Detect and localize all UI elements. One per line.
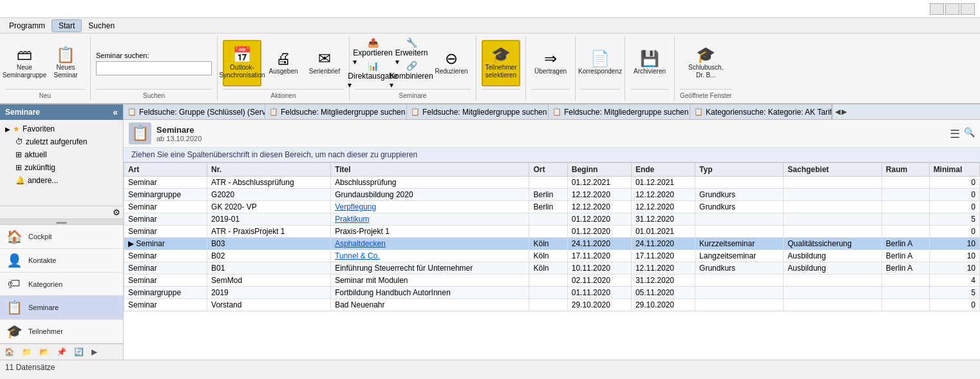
table-cell: Abschlussprüfung <box>331 177 529 189</box>
table-cell <box>784 177 882 189</box>
sidebar-item-favoriten[interactable]: ▶ ★ Favoriten <box>0 122 123 135</box>
ausgeben-button[interactable]: 🖨 Ausgeben <box>264 40 303 86</box>
col-titel[interactable]: Titel <box>331 163 529 177</box>
toolbar-buttons-korrespondenz: 📄 Korrespondenz <box>581 37 619 89</box>
toolbar-geöffnete-label: Geöffnete Fenster <box>680 89 731 99</box>
col-beginn[interactable]: Beginn <box>567 163 631 177</box>
uebertragen-button[interactable]: ⇒ Übertragen <box>531 40 570 86</box>
sidebar-tool-folder[interactable]: 📁 <box>19 345 35 358</box>
uebertragen-label: Übertragen <box>534 68 567 75</box>
main-layout: Seminare « ▶ ★ Favoriten ⏱ zuletzt aufge… <box>0 104 980 360</box>
kombinieren-button[interactable]: 🔗 Kombinieren ▾ <box>393 64 429 86</box>
tab-5[interactable]: 📋 Kategoriensuche: Kategorie: AK Tarif -… <box>690 104 832 119</box>
col-minimal[interactable]: Minimal <box>929 163 979 177</box>
direktausgabe-icon: 📊 <box>368 61 379 71</box>
col-nr[interactable]: Nr. <box>207 163 331 177</box>
clock-icon: ⏱ <box>15 137 23 146</box>
table-cell: Ausbildung <box>784 250 882 262</box>
tabs-scroll-left[interactable]: ◀ <box>835 108 840 116</box>
menu-suchen[interactable]: Suchen <box>82 20 121 32</box>
exportieren-button[interactable]: 📤 Exportieren ▾ <box>355 41 391 63</box>
geöffnete-fenster-label: Schlubusch, Dr. B... <box>688 64 723 79</box>
tab-4[interactable]: 📋 Feldsuche: Mitgliedergruppe suchen ✕ <box>549 104 690 119</box>
table-row[interactable]: Seminar2019-01Praktikum01.12.202031.12.2… <box>124 213 980 226</box>
maximize-button[interactable] <box>945 3 959 15</box>
table-row[interactable]: SeminarATR - PraxisProjekt 1Praxis-Proje… <box>124 226 980 238</box>
reduzieren-button[interactable]: ⊖ Reduzieren <box>432 40 471 86</box>
sidebar-item-zukunftig[interactable]: ⊞ zukünftig <box>0 161 123 174</box>
neue-seminargruppe-button[interactable]: 🗃 Neue Seminargruppe <box>5 40 44 86</box>
col-art[interactable]: Art <box>124 163 207 177</box>
sidebar-nav-kontakte[interactable]: 👤 Kontakte <box>0 249 123 273</box>
sidebar-item-andere[interactable]: 🔔 andere... <box>0 174 123 187</box>
table-cell[interactable]: Tunnel & Co. <box>331 250 529 262</box>
table-row[interactable]: ▶ SeminarB03AsphaltdeckenKöln24.11.20202… <box>124 238 980 250</box>
table-cell: 0 <box>929 177 979 189</box>
settings-icon[interactable]: ⚙ <box>113 208 120 217</box>
search-input[interactable] <box>96 61 212 75</box>
table-cell <box>784 226 882 238</box>
archivieren-icon: 💾 <box>640 51 659 66</box>
table-cell <box>695 275 784 287</box>
bell-icon: 🔔 <box>15 176 25 185</box>
col-sachgebiet[interactable]: Sachgebiet <box>784 163 882 177</box>
geöffnete-fenster-button[interactable]: 🎓 Schlubusch, Dr. B... <box>686 40 725 86</box>
sidebar-tool-pin[interactable]: 📌 <box>53 345 70 358</box>
serienbrief-button[interactable]: ✉ Serienbrief <box>305 40 344 86</box>
teilnehmer-selektieren-button[interactable]: 🎓 Teilnehmer selektieren <box>482 40 520 86</box>
tabs-scroll-right[interactable]: ▶ <box>842 108 847 116</box>
table-cell[interactable]: Verpflegung <box>331 201 529 213</box>
sidebar-tool-folder2[interactable]: 📂 <box>36 345 52 358</box>
sidebar-nav-cockpit[interactable]: 🏠 Cockpit <box>0 225 123 249</box>
toolbar-section-seminare: 📤 Exportieren ▾ 📊 Direktausgabe ▾ 🔧 Erwe… <box>350 36 476 101</box>
toolbar-archivieren-label <box>630 89 669 99</box>
col-ort[interactable]: Ort <box>529 163 567 177</box>
col-raum[interactable]: Raum <box>881 163 929 177</box>
sidebar-tool-refresh[interactable]: 🔄 <box>71 345 87 358</box>
tab-3[interactable]: 📋 Feldsuche: Mitgliedergruppe suchen ✕ <box>407 104 549 119</box>
table-row[interactable]: SeminarGK 2020- VPVerpflegungBerlin12.12… <box>124 201 980 213</box>
sidebar-nav-seminare[interactable]: 📋 Seminare <box>0 296 123 320</box>
table-cell: 10 <box>929 238 979 250</box>
col-typ[interactable]: Typ <box>695 163 784 177</box>
table-row[interactable]: SeminarB02Tunnel & Co.Köln17.11.202017.1… <box>124 250 980 262</box>
close-button[interactable] <box>961 3 975 15</box>
archivieren-button[interactable]: 💾 Archivieren <box>630 40 669 86</box>
menu-start[interactable]: Start <box>52 19 82 32</box>
table-cell: 01.12.2021 <box>567 177 631 189</box>
table-cell[interactable]: Asphaltdecken <box>331 238 529 250</box>
sidebar-tool-play[interactable]: ▶ <box>88 345 100 358</box>
outlook-sync-button[interactable]: 📅 Outlook-Synchronisation <box>223 40 261 86</box>
star-icon: ★ <box>13 124 20 133</box>
sidebar-nav-teilnehmer[interactable]: 🎓 Teilnehmer <box>0 320 123 344</box>
col-ende[interactable]: Ende <box>631 163 695 177</box>
table-cell <box>881 189 929 201</box>
table-row[interactable]: SeminarVorstandBad Neuenahr29.10.202029.… <box>124 299 980 311</box>
table-cell: 2019-01 <box>207 213 331 226</box>
korrespondenz-button[interactable]: 📄 Korrespondenz <box>581 40 619 86</box>
sidebar-collapse-button[interactable]: « <box>113 107 118 117</box>
tab-2[interactable]: 📋 Feldsuche: Mitgliedergruppe suchen ✕ <box>265 104 407 119</box>
erweitern-button[interactable]: 🔧 Erweitern ▾ <box>393 41 429 63</box>
neues-seminar-button[interactable]: 📋 Neues Seminar <box>46 40 85 86</box>
table-cell: Seminar <box>124 177 207 189</box>
menu-programm[interactable]: Programm <box>3 20 52 32</box>
table-cell[interactable]: Praktikum <box>331 213 529 226</box>
table-cell: Grundkurs <box>695 189 784 201</box>
table-row[interactable]: Seminargruppe2019Fortbildung Handbuch Au… <box>124 287 980 299</box>
seminare-group-2: 🔧 Erweitern ▾ 🔗 Kombinieren ▾ <box>393 41 429 86</box>
table-cell: Grundkurs <box>695 201 784 213</box>
tab-1[interactable]: 📋 Feldsuche: Gruppe (Schlüssel) (Service… <box>124 104 265 119</box>
table-row[interactable]: SeminargruppeG2020Grundausbildung 2020Be… <box>124 189 980 201</box>
sidebar-nav-kategorien[interactable]: 🏷 Kategorien <box>0 273 123 296</box>
minimize-button[interactable] <box>930 3 944 15</box>
sidebar-item-zuletzt[interactable]: ⏱ zuletzt aufgerufen <box>0 135 123 148</box>
sidebar-item-aktuell[interactable]: ⊞ aktuell <box>0 148 123 161</box>
sidebar-tool-home[interactable]: 🏠 <box>1 345 17 358</box>
search-float-button[interactable]: 🔍 <box>964 127 975 141</box>
table-row[interactable]: SeminarB01Einführung Steuerrecht für Unt… <box>124 262 980 275</box>
seminare-nav-icon: 📋 <box>5 300 23 315</box>
table-row[interactable]: SeminarSemModSeminar mit Modulen02.11.20… <box>124 275 980 287</box>
direktausgabe-button[interactable]: 📊 Direktausgabe ▾ <box>355 64 391 86</box>
table-row[interactable]: SeminarATR - AbschlussprüfungAbschlusspr… <box>124 177 980 189</box>
